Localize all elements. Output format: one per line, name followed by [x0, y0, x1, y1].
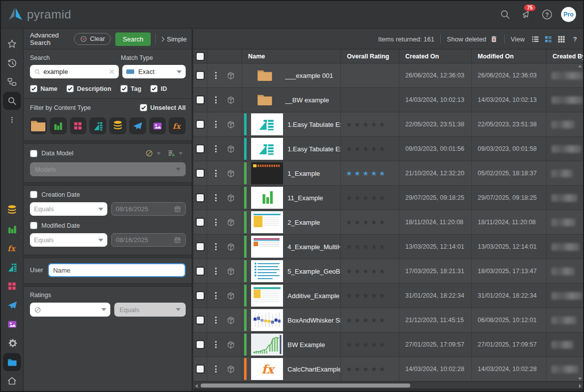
cube-icon[interactable] — [226, 365, 236, 374]
rail-item-image[interactable] — [3, 315, 21, 333]
row-checkbox[interactable] — [196, 291, 205, 300]
scroll-down-arrow[interactable] — [578, 378, 582, 380]
ratings-operator-dropdown[interactable]: Equals — [114, 303, 186, 317]
row-menu-icon[interactable] — [213, 192, 219, 203]
row-menu-icon[interactable] — [213, 315, 219, 326]
model-disconnect-icon[interactable] — [145, 149, 154, 158]
row-menu-icon[interactable] — [213, 290, 219, 301]
item-rating[interactable]: ★★★★★ — [341, 161, 399, 185]
cube-icon[interactable] — [226, 316, 236, 325]
rail-item-tabulate[interactable] — [3, 258, 21, 276]
scroll-left-arrow[interactable] — [195, 384, 198, 388]
field-checkbox-id[interactable]: ID — [150, 85, 167, 92]
item-rating[interactable]: ★★★★★ — [341, 308, 399, 332]
row-checkbox[interactable] — [196, 218, 205, 227]
field-checkbox-tag[interactable]: Tag — [120, 85, 141, 92]
content-type-paper-plane-button[interactable] — [129, 117, 146, 134]
row-checkbox[interactable] — [196, 120, 205, 129]
sort-alpha-icon[interactable]: A — [167, 149, 176, 158]
content-type-image-button[interactable] — [149, 117, 166, 134]
rail-item-formula[interactable]: fx — [3, 239, 21, 257]
column-header-created[interactable]: Created On — [399, 49, 472, 63]
item-rating[interactable]: ★★★★★ — [341, 137, 399, 161]
rail-item-grid[interactable] — [3, 277, 21, 295]
search-button[interactable]: Search — [115, 32, 151, 46]
cube-icon[interactable] — [226, 95, 236, 105]
content-type-bar-chart-button[interactable] — [50, 117, 67, 134]
row-menu-icon[interactable] — [213, 94, 219, 105]
unselect-all-checkbox[interactable]: Unselect All — [140, 104, 186, 111]
row-menu-icon[interactable] — [213, 217, 219, 228]
table-row[interactable]: 11_Example ★★★★★ 29/07/2025, 09:18:25 29… — [194, 186, 583, 210]
content-type-formula-button[interactable]: fx — [169, 117, 186, 134]
table-row[interactable]: BoxAndWhisker Sim ★★★★★ 21/12/2023, 11:4… — [194, 308, 583, 333]
avatar[interactable]: Pro — [561, 7, 576, 22]
modified-date-operator-dropdown[interactable]: Equals — [30, 233, 107, 247]
item-rating[interactable] — [341, 88, 399, 112]
horizontal-scrollbar[interactable] — [194, 382, 583, 389]
item-rating[interactable]: ★★★★★ — [341, 210, 399, 234]
row-checkbox[interactable] — [196, 169, 205, 178]
row-checkbox[interactable] — [196, 144, 205, 153]
cube-icon[interactable] — [226, 218, 236, 227]
item-rating[interactable]: ★★★★★ — [341, 357, 399, 381]
row-checkbox[interactable] — [196, 365, 205, 374]
clear-search-x-icon[interactable]: ✕ — [108, 67, 115, 76]
cube-icon[interactable] — [226, 120, 236, 129]
rail-item-bar-chart[interactable] — [3, 220, 21, 238]
cube-icon[interactable] — [226, 242, 236, 252]
field-checkbox-name[interactable]: Name — [30, 85, 57, 92]
column-header-createdby[interactable]: Created By — [547, 49, 583, 63]
cube-icon[interactable] — [226, 193, 236, 203]
item-rating[interactable]: ★★★★★ — [341, 333, 399, 357]
clear-button[interactable]: Clear — [74, 33, 111, 45]
item-rating[interactable]: ★★★★★ — [341, 112, 399, 136]
scroll-right-arrow[interactable] — [579, 384, 582, 388]
modified-date-checkbox[interactable] — [30, 222, 37, 229]
table-row[interactable]: 1_Example ★★★★★ 21/10/2024, 12:32:20 05/… — [194, 161, 583, 186]
rail-item-home[interactable] — [3, 372, 21, 390]
help-icon[interactable]: ? — [540, 7, 554, 21]
rail-item-more[interactable] — [3, 111, 21, 129]
user-input[interactable] — [48, 263, 186, 277]
grid-view-icon[interactable] — [557, 34, 566, 44]
item-rating[interactable]: ★★★★★ — [341, 259, 399, 283]
creation-date-checkbox[interactable] — [30, 191, 37, 198]
creation-date-input[interactable]: 08/16/2025 — [111, 202, 186, 216]
rail-item-gear[interactable] — [3, 334, 21, 352]
table-row[interactable]: Additive_Example ★★★★★ 31/01/2024, 18:22… — [194, 284, 583, 308]
cube-icon[interactable] — [226, 340, 236, 350]
scroll-up-arrow[interactable] — [578, 65, 582, 67]
show-deleted-toggle[interactable]: Show deleted — [447, 35, 498, 43]
row-checkbox[interactable] — [196, 267, 205, 276]
table-row[interactable]: 4_Example_MultiHie ★★★★★ 13/03/2025, 12:… — [194, 235, 583, 259]
content-type-tabulate-button[interactable] — [89, 117, 106, 134]
match-type-dropdown[interactable]: Exact — [122, 65, 186, 78]
row-checkbox[interactable] — [196, 340, 205, 349]
row-checkbox[interactable] — [196, 316, 205, 325]
rail-item-search[interactable] — [3, 92, 21, 110]
cube-icon[interactable] — [226, 267, 236, 276]
search-input[interactable] — [43, 68, 106, 75]
vertical-scrollbar[interactable] — [577, 63, 583, 382]
item-rating[interactable]: ★★★★★ — [341, 186, 399, 210]
rail-item-history[interactable] — [3, 54, 21, 72]
item-rating[interactable]: ★★★★★ — [341, 284, 399, 308]
row-menu-icon[interactable] — [213, 241, 219, 252]
global-search-icon[interactable] — [498, 7, 512, 21]
cube-icon[interactable] — [226, 169, 236, 178]
column-header-modified[interactable]: Modified On — [472, 49, 547, 63]
cube-icon[interactable] — [226, 291, 236, 301]
item-rating[interactable] — [341, 63, 399, 87]
row-checkbox[interactable] — [196, 95, 205, 104]
content-type-folder-button[interactable] — [30, 117, 47, 134]
rail-item-star[interactable] — [3, 35, 21, 53]
ratings-value-dropdown[interactable] — [30, 303, 110, 317]
horizontal-scroll-thumb[interactable] — [201, 384, 410, 388]
row-menu-icon[interactable] — [213, 168, 219, 179]
row-checkbox[interactable] — [196, 193, 205, 202]
row-menu-icon[interactable] — [213, 339, 219, 350]
notifications-icon[interactable]: 75 — [519, 7, 533, 21]
row-checkbox[interactable] — [196, 71, 205, 80]
row-menu-icon[interactable] — [213, 70, 219, 81]
